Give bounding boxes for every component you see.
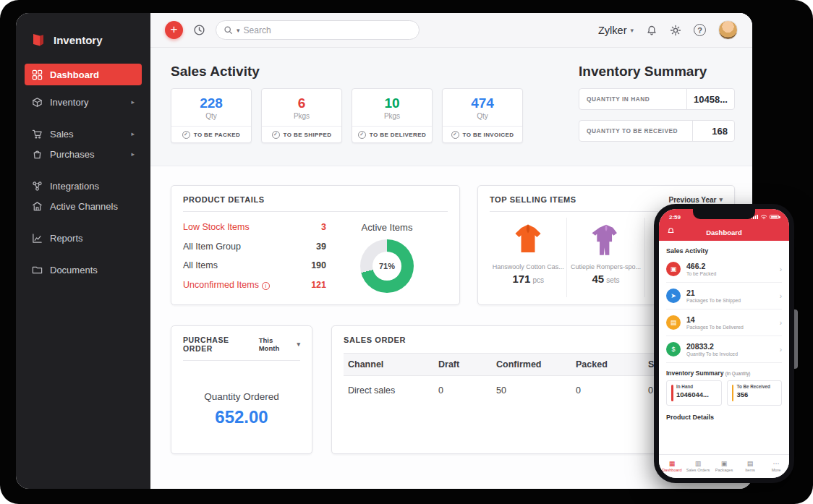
gear-icon — [670, 25, 681, 36]
tab-packages[interactable]: ▣ Packages — [711, 455, 737, 478]
phone-delivered-row[interactable]: ▤ 14 Packages To be Delivered › — [666, 309, 782, 336]
settings-button[interactable] — [670, 25, 681, 36]
more-icon: ⋯ — [773, 461, 780, 467]
low-stock-items-row[interactable]: Low Stock Items 3 — [183, 222, 326, 232]
month-dropdown[interactable]: This Month ▾ — [259, 336, 300, 352]
info-icon[interactable]: i — [262, 282, 270, 290]
to-be-invoiced-card[interactable]: 474 Qty ✓ TO BE INVOICED — [442, 88, 523, 143]
in-hand-value: 10458... — [686, 89, 734, 109]
phone-product-details-label: Product Details — [666, 414, 782, 421]
notifications-button[interactable] — [646, 25, 657, 36]
card-header: TOP SELLING ITEMS Previous Year ▾ — [490, 195, 723, 204]
search-input[interactable] — [244, 25, 412, 35]
to-be-received-value: 356 — [737, 390, 778, 398]
tab-items[interactable]: ▤ Items — [737, 455, 763, 478]
chevron-right-icon: ▸ — [131, 98, 135, 106]
inventory-logo-icon — [30, 32, 46, 48]
help-button[interactable]: ? — [694, 24, 706, 36]
delivered-label: TO BE DELIVERED — [370, 132, 426, 138]
phone-shipped-row[interactable]: ➤ 21 Packages To be Shipped › — [666, 283, 782, 309]
quick-add-button[interactable]: + — [165, 21, 183, 39]
sidebar-item-dashboard[interactable]: Dashboard — [25, 64, 142, 85]
packed-icon: ▣ — [666, 262, 681, 276]
all-items-row[interactable]: All Items 190 — [183, 260, 326, 270]
sidebar-item-active-channels[interactable]: Active Channels — [25, 196, 142, 216]
delivered-value: 10 — [384, 95, 399, 111]
search-bar[interactable]: ▾ — [216, 20, 420, 40]
phone-status-icons — [752, 214, 779, 220]
recent-history-button[interactable] — [193, 24, 205, 36]
card-footer: ✓ TO BE PACKED — [171, 126, 251, 142]
phone-packed-row[interactable]: ▣ 466.2 To be Packed › — [666, 256, 782, 283]
sidebar-item-label: Dashboard — [50, 69, 99, 80]
tab-label: More — [772, 468, 781, 472]
cart-icon: ▥ — [695, 461, 702, 467]
sidebar-item-inventory[interactable]: Inventory ▸ — [25, 92, 142, 112]
phone-packed-value: 466.2 — [686, 262, 774, 271]
tab-sales-orders[interactable]: ▥ Sales Orders — [685, 455, 711, 478]
inventory-summary-rows: QUANTITY IN HAND 10458... QUANTITY TO BE… — [579, 88, 735, 152]
search-scope-chevron-icon[interactable]: ▾ — [237, 27, 240, 34]
quantity-in-hand-row[interactable]: QUANTITY IN HAND 10458... — [579, 88, 735, 110]
all-item-group-value: 39 — [316, 242, 326, 252]
reports-icon — [32, 233, 43, 244]
chevron-down-icon: ▾ — [297, 341, 300, 348]
month-label: This Month — [259, 336, 294, 352]
cell-channel: Direct sales — [344, 376, 434, 406]
bag-icon — [32, 149, 43, 160]
tab-dashboard[interactable]: ▦ Dashboard — [659, 455, 685, 478]
qty-value: 45 — [592, 273, 605, 285]
phone-to-be-received-box[interactable]: To Be Received 356 — [727, 380, 783, 406]
org-switcher[interactable]: Zylker ▾ — [598, 25, 634, 36]
sidebar: Inventory Dashboard Inventory ▸ — [16, 13, 150, 489]
dashboard-icon — [32, 69, 43, 80]
unconfirmed-items-row[interactable]: Unconfirmed Itemsi 121 — [183, 280, 326, 290]
product-details-rows: Low Stock Items 3 All Item Group 39 All … — [183, 222, 326, 299]
all-item-group-row[interactable]: All Item Group 39 — [183, 242, 326, 252]
phone-nav-bar: Dashboard — [659, 223, 789, 241]
phone-invoiced-row[interactable]: $ 20833.2 Quantity To be Invoiced › — [666, 336, 782, 363]
phone-mockup: 2:59 Dashboard Sales Activ — [654, 204, 794, 483]
cart-icon — [32, 129, 43, 140]
sidebar-item-sales[interactable]: Sales ▸ — [25, 124, 142, 144]
topbar: + ▾ Zylker ▾ — [150, 13, 752, 48]
shipped-value: 6 — [298, 95, 306, 111]
top-selling-item-1[interactable]: Hanswooly Cotton Cas... 171pcs — [490, 218, 567, 297]
tab-more[interactable]: ⋯ More — [763, 455, 789, 478]
phone-in-hand-box[interactable]: In Hand 1046044... — [666, 380, 722, 406]
row-text: 14 Packages To be Delivered — [686, 315, 774, 330]
card-top: 6 Pkgs — [262, 89, 341, 126]
phone-bell-icon[interactable] — [667, 227, 675, 235]
phone-packed-label: To be Packed — [686, 271, 774, 276]
sidebar-item-integrations[interactable]: Integrations — [25, 176, 142, 196]
sidebar-item-documents[interactable]: Documents — [25, 260, 142, 280]
accent-bar — [671, 385, 673, 401]
tab-label: Sales Orders — [686, 468, 710, 472]
phone-delivered-label: Packages To be Delivered — [686, 325, 774, 330]
user-avatar[interactable] — [718, 20, 738, 40]
product-image — [589, 219, 623, 261]
to-be-shipped-card[interactable]: 6 Pkgs ✓ TO BE SHIPPED — [261, 88, 342, 143]
all-items-label: All Items — [183, 260, 218, 270]
to-be-delivered-card[interactable]: 10 Pkgs ✓ TO BE DELIVERED — [352, 88, 433, 143]
romper-image — [589, 221, 623, 259]
sidebar-item-label: Inventory — [50, 97, 88, 108]
sidebar-item-label: Integrations — [50, 181, 99, 192]
low-stock-label: Low Stock Items — [183, 222, 250, 232]
phone-delivered-value: 14 — [686, 315, 774, 325]
search-icon — [224, 25, 233, 35]
phone-invoiced-value: 20833.2 — [686, 342, 774, 351]
chevron-right-icon: › — [780, 292, 782, 300]
sidebar-item-purchases[interactable]: Purchases ▸ — [25, 144, 142, 164]
top-selling-item-2[interactable]: Cutiepie Rompers-spo... 45sets — [567, 218, 644, 297]
period-dropdown[interactable]: Previous Year ▾ — [668, 196, 723, 204]
quantity-to-be-received-row[interactable]: QUANTITY TO BE RECEIVED 168 — [579, 120, 735, 142]
all-item-group-label: All Item Group — [183, 242, 241, 252]
tab-label: Dashboard — [662, 468, 681, 472]
check-circle-icon: ✓ — [451, 131, 459, 139]
in-hand-label: QUANTITY IN HAND — [579, 95, 686, 103]
sidebar-item-reports[interactable]: Reports — [25, 228, 142, 248]
to-be-packed-card[interactable]: 228 Qty ✓ TO BE PACKED — [171, 88, 252, 143]
shipped-label: TO BE SHIPPED — [284, 132, 332, 138]
col-draft: Draft — [434, 354, 492, 376]
